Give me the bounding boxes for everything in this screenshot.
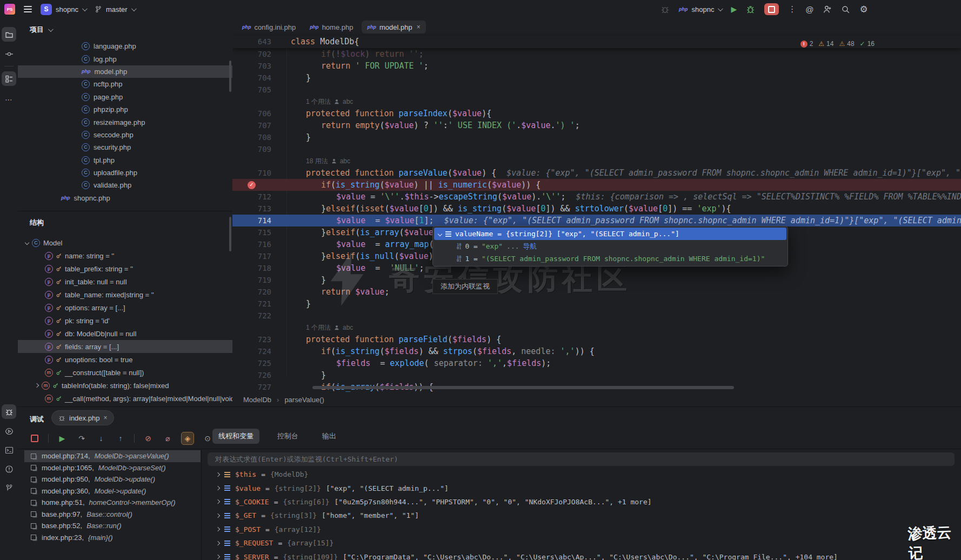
vcs-branch-widget[interactable]: master (95, 5, 135, 14)
settings-icon[interactable]: ⚙ (859, 5, 867, 14)
chevron-right-icon[interactable] (216, 541, 220, 545)
project-scrollbar[interactable] (229, 61, 231, 92)
file-item-tpl.php[interactable]: Ctpl.php (18, 154, 232, 166)
chevron-right-icon[interactable] (216, 486, 220, 490)
code-line-721[interactable]: 721} (232, 298, 961, 310)
code-line-707[interactable]: 707return empty($value) ? '':' USE INDEX… (232, 119, 961, 131)
evaluate-expression-input[interactable]: 对表达式求值(Enter)或添加监视(Ctrl+Shift+Enter) (208, 452, 955, 466)
popup-array-item-0[interactable]: 10010 = "exp" ... 导航 (434, 240, 786, 252)
frame-item[interactable]: model.php:950, ModelDb->update() (24, 474, 201, 485)
navigate-link[interactable]: 导航 (523, 240, 537, 252)
file-item-phpzip.php[interactable]: Cphpzip.php (18, 103, 232, 116)
project-widget[interactable]: S shopnc (41, 4, 86, 15)
variable-row-$_SERVER[interactable]: $_SERVER = {string[109]} ["C:\ProgramDat… (204, 550, 958, 560)
structure-item[interactable]: CModel (18, 236, 232, 249)
debug-tab-线程和变量[interactable]: 线程和变量 (212, 429, 259, 444)
debug-tab-输出[interactable]: 输出 (316, 429, 342, 444)
breadcrumb-method[interactable]: parseValue() (284, 396, 324, 404)
problems-tool-icon[interactable] (2, 462, 16, 476)
code-line-725[interactable]: 725$fields = explode( separator: ',',$fi… (232, 357, 961, 369)
code-line[interactable]: 1 个用法abc (232, 322, 961, 334)
project-panel-title[interactable]: 项目 (30, 25, 52, 35)
close-icon[interactable]: × (417, 23, 421, 31)
code-line-712[interactable]: 712$value = '\''.$this->escapeString($va… (232, 191, 961, 203)
popup-array-item-1[interactable]: 10011 = "(SELECT admin_password FROM sho… (434, 252, 786, 265)
file-item-shopnc.php[interactable]: phpshopnc.php (18, 192, 232, 204)
stop-button[interactable] (29, 432, 41, 444)
search-icon[interactable] (841, 5, 850, 14)
code-line-711[interactable]: if(is_string($value) || is_numeric($valu… (232, 179, 961, 191)
frame-item[interactable]: model.php:714, ModelDb->parseValue() (24, 450, 201, 462)
code-line-726[interactable]: 726} (232, 369, 961, 381)
inspections-widget[interactable]: !2 ⚠14 ⚠48 ✓16 (800, 40, 875, 48)
structure-item[interactable]: pinit_table: null = null (18, 275, 232, 288)
variable-row-$_REQUEST[interactable]: $_REQUEST = {array[15]} (204, 536, 958, 550)
step-out-button[interactable]: ↑ (115, 432, 126, 444)
mute-breakpoints-button[interactable]: ⊘ (142, 432, 154, 444)
structure-item[interactable]: pdb: ModelDb|null = null (18, 327, 232, 340)
structure-item[interactable]: ptable_name: mixed|string = '' (18, 288, 232, 301)
frame-item[interactable]: base.php:97, Base::control() (24, 509, 201, 521)
add-user-icon[interactable] (823, 5, 832, 14)
more-options-button[interactable]: ⊙ (202, 432, 213, 444)
resume-button[interactable]: ▶ (56, 432, 68, 444)
editor-tab-config.ini.php[interactable]: phpconfig.ini.php (237, 21, 301, 34)
file-item-ncftp.php[interactable]: Cncftp.php (18, 78, 232, 90)
file-item-validate.php[interactable]: Cvalidate.php (18, 179, 232, 191)
services-tool-icon[interactable] (2, 424, 16, 438)
code-line-720[interactable]: 720return $value; (232, 286, 961, 298)
version-control-tool-icon[interactable] (2, 481, 16, 495)
code-line-714[interactable]: 714$value = $value[1]; $value: {"exp", "… (232, 215, 961, 226)
structure-item[interactable]: ptable_prefix: string = '' (18, 262, 232, 275)
popup-variable-row[interactable]: valueName = {string[2]} ["exp", "(SELECT… (434, 228, 786, 240)
code-line-719[interactable]: 719} (232, 274, 961, 286)
debug-tool-icon[interactable] (2, 404, 16, 419)
usages-inlay[interactable]: 18 用法 (306, 155, 328, 167)
author-inlay[interactable]: abc (343, 96, 353, 108)
variable-row-$_POST[interactable]: $_POST = {array[12]} (204, 523, 958, 536)
breakpoint-icon[interactable]: ✓ (248, 181, 256, 189)
code-line[interactable]: 1 个用法abc (232, 96, 961, 108)
structure-item[interactable]: pname: string = '' (18, 249, 232, 262)
step-over-button[interactable]: ↷ (76, 432, 88, 444)
project-tool-icon[interactable] (2, 27, 16, 42)
file-item-resizeimage.php[interactable]: Cresizeimage.php (18, 116, 232, 128)
terminal-tool-icon[interactable] (2, 443, 16, 457)
add-inline-watch-tooltip[interactable]: 添加为内联监视 (432, 279, 498, 294)
view-breakpoints-button[interactable]: ⌀ (162, 432, 173, 444)
variable-row-$this[interactable]: $this = {ModelDb} (204, 468, 958, 481)
code-line-724[interactable]: 724if(is_string($fields) && strpos($fiel… (232, 345, 961, 357)
structure-item[interactable]: m__call(method, args): array|false|mixed… (18, 392, 232, 405)
code-line[interactable]: 18 用法abc (232, 155, 961, 167)
step-into-button[interactable]: ↓ (95, 432, 107, 444)
editor-hscrollbar[interactable] (312, 386, 734, 389)
code-line-709[interactable]: 709 (232, 143, 961, 155)
close-icon[interactable]: × (103, 414, 107, 422)
stop-button[interactable] (764, 3, 779, 15)
file-item-page.php[interactable]: Cpage.php (18, 91, 232, 103)
code-line-722[interactable]: 722 (232, 310, 961, 322)
code-line-713[interactable]: 713}elseif(isset($value[0]) && is_string… (232, 203, 961, 215)
frame-item[interactable]: model.php:360, Model->update() (24, 485, 201, 497)
code-line-703[interactable]: 703return ' FOR UPDATE '; (232, 60, 961, 72)
usages-inlay[interactable]: 1 个用法 (306, 322, 331, 334)
frame-item[interactable]: base.php:52, Base::run() (24, 520, 201, 532)
code-line-708[interactable]: 708} (232, 131, 961, 143)
file-item-seccode.php[interactable]: Cseccode.php (18, 129, 232, 141)
more-icon[interactable]: ⋮ (788, 4, 796, 14)
at-icon[interactable]: @ (805, 5, 813, 14)
more-tool-windows-icon[interactable]: ⋯ (2, 92, 16, 106)
structure-item[interactable]: ppk: string = 'id' (18, 314, 232, 327)
structure-scrollbar[interactable] (229, 217, 231, 251)
force-step-into-button[interactable]: ◈ (181, 432, 194, 445)
variable-row-$_GET[interactable]: $_GET = {string[3]} ["home", "member", "… (204, 509, 958, 522)
editor-tab-model.php[interactable]: phpmodel.php× (362, 21, 425, 34)
chevron-right-icon[interactable] (216, 555, 220, 559)
code-line-705[interactable]: 705 (232, 84, 961, 96)
file-item-uploadfile.php[interactable]: Cuploadfile.php (18, 166, 232, 179)
structure-item[interactable]: m__construct([table = null]) (18, 366, 232, 379)
code-line-702[interactable]: 702if(!$lock) return ''; (232, 48, 961, 60)
frame-item[interactable]: home.php:51, homeControl->memberOp() (24, 497, 201, 509)
run-configuration-select[interactable]: php shopnc (679, 5, 722, 14)
chevron-right-icon[interactable] (216, 514, 220, 518)
